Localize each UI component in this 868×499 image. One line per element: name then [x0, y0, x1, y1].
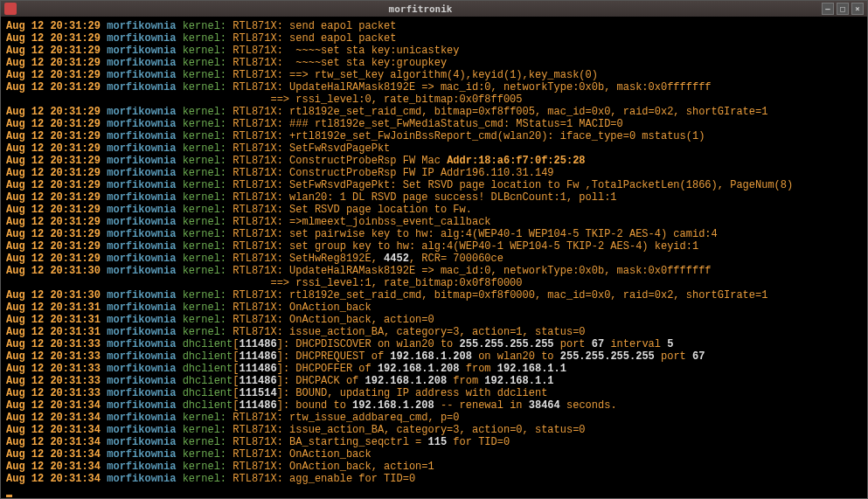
log-line: Aug 12 20:31:29 morfikownia kernel: RTL8…	[6, 204, 862, 216]
log-line: Aug 12 20:31:29 morfikownia kernel: RTL8…	[6, 45, 862, 57]
terminal-output[interactable]: Aug 12 20:31:29 morfikownia kernel: RTL8…	[1, 17, 867, 498]
log-line: Aug 12 20:31:33 morfikownia dhclient[111…	[6, 387, 862, 399]
log-line: Aug 12 20:31:33 morfikownia dhclient[111…	[6, 375, 862, 387]
log-line: Aug 12 20:31:29 morfikownia kernel: RTL8…	[6, 216, 862, 228]
log-line: Aug 12 20:31:31 morfikownia kernel: RTL8…	[6, 301, 862, 314]
log-line: Aug 12 20:31:29 morfikownia kernel: RTL8…	[6, 228, 862, 240]
terminal-window: morfitronik – □ × Aug 12 20:31:29 morfik…	[0, 0, 868, 499]
log-line: ==> rssi_level:0, rate_bitmap:0x0f8ff005	[6, 94, 862, 106]
log-line: Aug 12 20:31:29 morfikownia kernel: RTL8…	[6, 69, 862, 81]
log-line: Aug 12 20:31:29 morfikownia kernel: RTL8…	[6, 179, 862, 191]
log-line: Aug 12 20:31:29 morfikownia kernel: RTL8…	[6, 253, 862, 265]
log-line: Aug 12 20:31:34 morfikownia kernel: RTL8…	[6, 473, 862, 485]
titlebar[interactable]: morfitronik – □ ×	[1, 1, 867, 17]
maximize-button[interactable]: □	[837, 3, 849, 15]
app-icon	[4, 3, 17, 15]
log-line: Aug 12 20:31:29 morfikownia kernel: RTL8…	[6, 106, 862, 118]
log-line: Aug 12 20:31:34 morfikownia kernel: RTL8…	[6, 436, 862, 448]
log-line: Aug 12 20:31:29 morfikownia kernel: RTL8…	[6, 240, 862, 253]
log-line: Aug 12 20:31:33 morfikownia dhclient[111…	[6, 350, 862, 363]
close-button[interactable]: ×	[851, 3, 864, 15]
log-line: Aug 12 20:31:31 morfikownia kernel: RTL8…	[6, 326, 862, 338]
log-line: Aug 12 20:31:30 morfikownia kernel: RTL8…	[6, 265, 862, 277]
log-line: Aug 12 20:31:29 morfikownia kernel: RTL8…	[6, 155, 862, 167]
minimize-button[interactable]: –	[822, 3, 834, 15]
log-line: Aug 12 20:31:29 morfikownia kernel: RTL8…	[6, 57, 862, 69]
log-line: Aug 12 20:31:30 morfikownia kernel: RTL8…	[6, 289, 862, 301]
log-line: Aug 12 20:31:34 morfikownia kernel: RTL8…	[6, 412, 862, 424]
log-line: Aug 12 20:31:29 morfikownia kernel: RTL8…	[6, 191, 862, 204]
log-line: Aug 12 20:31:33 morfikownia dhclient[111…	[6, 363, 862, 375]
log-line: Aug 12 20:31:34 morfikownia kernel: RTL8…	[6, 461, 862, 473]
log-line: Aug 12 20:31:34 morfikownia dhclient[111…	[6, 399, 862, 412]
log-line: ==> rssi_level:1, rate_bitmap:0x0f8f0000	[6, 277, 862, 289]
log-line: Aug 12 20:31:34 morfikownia kernel: RTL8…	[6, 448, 862, 461]
log-line: Aug 12 20:31:29 morfikownia kernel: RTL8…	[6, 118, 862, 130]
log-line: Aug 12 20:31:29 morfikownia kernel: RTL8…	[6, 142, 862, 155]
log-line: Aug 12 20:31:29 morfikownia kernel: RTL8…	[6, 20, 862, 32]
log-line: Aug 12 20:31:29 morfikownia kernel: RTL8…	[6, 130, 862, 142]
log-line: Aug 12 20:31:31 morfikownia kernel: RTL8…	[6, 314, 862, 326]
log-line: Aug 12 20:31:33 morfikownia dhclient[111…	[6, 338, 862, 350]
log-line: Aug 12 20:31:29 morfikownia kernel: RTL8…	[6, 32, 862, 45]
window-title: morfitronik	[22, 3, 819, 15]
log-line: Aug 12 20:31:29 morfikownia kernel: RTL8…	[6, 81, 862, 94]
log-line: Aug 12 20:31:34 morfikownia kernel: RTL8…	[6, 424, 862, 436]
log-line: Aug 12 20:31:29 morfikownia kernel: RTL8…	[6, 167, 862, 179]
cursor	[6, 495, 12, 497]
